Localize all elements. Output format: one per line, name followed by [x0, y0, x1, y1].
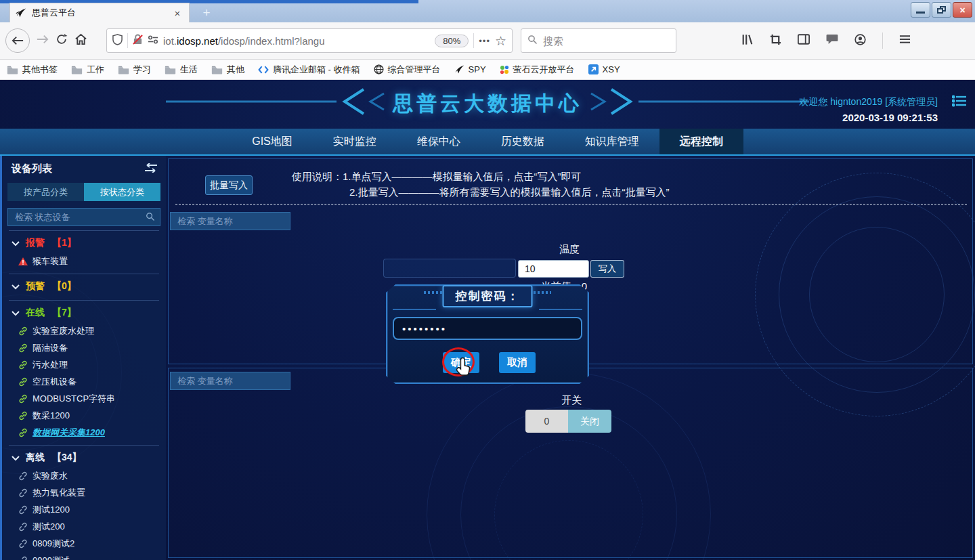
url-text[interactable]: iot.idosp.net/idosp/index.html?langu [163, 35, 430, 47]
device-item[interactable]: 实验室废水处理 [9, 322, 159, 339]
device-item[interactable]: 测试1200 [9, 501, 159, 518]
page-actions-icon[interactable]: ••• [479, 36, 490, 46]
tracking-shield-icon[interactable] [112, 34, 123, 48]
device-item[interactable]: 隔油设备 [9, 339, 159, 356]
group-header[interactable]: 预警【0】 [9, 277, 159, 296]
device-item-selected[interactable]: 数据网关采集1200 [9, 424, 159, 441]
device-item-label: 实验废水 [32, 470, 68, 482]
tab-close-icon[interactable]: × [171, 7, 183, 19]
device-search-input[interactable] [7, 208, 160, 226]
bookmark-label: XSY [603, 64, 620, 74]
device-item[interactable]: 测试200 [9, 518, 159, 535]
switch-value: 0 [525, 410, 568, 433]
window-titlebar: 思普云平台 × + × [0, 0, 975, 22]
device-item[interactable]: 数采1200 [9, 407, 159, 424]
zoom-level-badge[interactable]: 80% [435, 35, 469, 47]
nav-tab[interactable]: 知识库管理 [565, 129, 659, 154]
batch-write-button[interactable]: 批量写入 [205, 175, 253, 195]
device-item[interactable]: 猴车装置 [9, 253, 159, 270]
search-icon [146, 212, 155, 224]
variable-label-switch: 开关 [531, 394, 612, 407]
sidebar-tab[interactable]: 按状态分类 [84, 183, 160, 201]
browser-toolbar: iot.idosp.net/idosp/index.html?langu 80%… [0, 22, 975, 60]
device-item-label: 数据网关采集1200 [32, 427, 105, 439]
back-button[interactable] [5, 28, 30, 53]
library-icon[interactable] [741, 34, 754, 48]
bookmark-item[interactable]: 综合管理平台 [374, 64, 441, 76]
search-input[interactable] [543, 35, 651, 47]
new-tab-button[interactable]: + [198, 5, 215, 21]
url-bar[interactable]: iot.idosp.net/idosp/index.html?langu 80%… [106, 28, 513, 53]
bookmark-item[interactable]: 生活 [165, 64, 198, 76]
bookmark-item[interactable]: 其他书签 [7, 64, 58, 76]
header-list-menu-icon[interactable] [952, 95, 967, 110]
bookmark-label: 其他书签 [22, 64, 58, 76]
restore-icon [937, 6, 946, 14]
device-group: 在线【7】实验室废水处理隔油设备污水处理空压机设备MODBUSTCP字符串数采1… [9, 300, 159, 445]
variable-search-input[interactable] [170, 212, 290, 230]
restore-button[interactable] [932, 2, 951, 18]
variable-name-field[interactable] [383, 259, 516, 278]
page-header: 思普云大数据中心 欢迎您 hignton2019 [系统管理员] 2020-03… [0, 80, 975, 129]
switch-toggle[interactable]: 0 关闭 [525, 410, 611, 433]
group-header[interactable]: 在线【7】 [9, 303, 159, 322]
control-password-input[interactable] [393, 317, 582, 340]
minimize-button[interactable] [911, 2, 930, 18]
reload-button[interactable] [56, 33, 68, 48]
device-item[interactable]: 热力氧化装置 [9, 484, 159, 501]
dialog-decoration [539, 309, 582, 310]
bookmark-item[interactable]: SPY [454, 64, 486, 74]
nav-tab[interactable]: GIS地图 [232, 129, 313, 154]
sidebar-toggle-icon[interactable] [798, 34, 810, 47]
bookmark-item[interactable]: 其他 [211, 64, 244, 76]
screenshot-crop-icon[interactable] [770, 34, 781, 48]
group-header[interactable]: 报警【1】 [9, 234, 159, 253]
nav-tab[interactable]: 维保中心 [397, 129, 481, 154]
bookmark-item[interactable]: 腾讯企业邮箱 - 收件箱 [258, 64, 360, 76]
permissions-icon[interactable] [148, 35, 158, 47]
switch-state-button[interactable]: 关闭 [568, 410, 611, 433]
device-item[interactable]: 空压机设备 [9, 373, 159, 390]
dashed-divider [175, 204, 967, 204]
device-item-label: MODBUSTCP字符串 [32, 393, 115, 405]
url-separator [473, 33, 474, 48]
chevron-down-icon [12, 238, 20, 249]
bookmark-item[interactable]: XSY [588, 64, 620, 74]
nav-tab-active[interactable]: 远程控制 [659, 129, 743, 154]
color-dots-icon [500, 65, 509, 74]
device-item-label: 0809测试2 [32, 538, 74, 550]
cancel-button[interactable]: 取消 [499, 352, 536, 373]
device-item[interactable]: 污水处理 [9, 356, 159, 373]
chevron-down-icon [12, 307, 20, 318]
sidebar-title: 设备列表 [12, 163, 144, 175]
forward-button[interactable] [37, 35, 49, 47]
home-button[interactable] [74, 33, 87, 48]
device-item-label: 测试1200 [32, 504, 70, 516]
variable-search-input-2[interactable] [170, 372, 290, 390]
write-button[interactable]: 写入 [590, 260, 624, 278]
device-item[interactable]: MODBUSTCP字符串 [9, 390, 159, 407]
close-button[interactable]: × [953, 2, 972, 18]
nav-tab[interactable]: 实时监控 [313, 129, 397, 154]
group-header[interactable]: 离线【34】 [9, 448, 159, 467]
nav-tab[interactable]: 历史数据 [481, 129, 565, 154]
browser-search[interactable] [521, 28, 676, 53]
sidebar-tab[interactable]: 按产品分类 [7, 183, 84, 201]
bookmark-item[interactable]: 工作 [71, 64, 104, 76]
link-icon [18, 394, 28, 404]
temperature-value-input[interactable] [518, 260, 589, 278]
bookmark-item[interactable]: 学习 [118, 64, 151, 76]
bookmark-label: 生活 [180, 64, 198, 76]
device-item[interactable]: 0809测试2 [9, 535, 159, 552]
account-icon[interactable] [854, 34, 866, 48]
menu-hamburger-icon[interactable] [899, 35, 911, 47]
collapse-swap-icon[interactable] [144, 163, 158, 175]
bookmark-star-icon[interactable]: ☆ [495, 33, 506, 49]
device-item[interactable]: 0909测试 [9, 552, 159, 560]
chat-bubble-icon[interactable] [826, 34, 838, 47]
insecure-lock-icon[interactable] [133, 34, 143, 48]
browser-tab[interactable]: 思普云平台 × [9, 3, 190, 22]
dialog-title: 控制密码： [443, 285, 533, 307]
device-item[interactable]: 实验废水 [9, 467, 159, 484]
bookmark-item[interactable]: 萤石云开放平台 [500, 64, 575, 76]
